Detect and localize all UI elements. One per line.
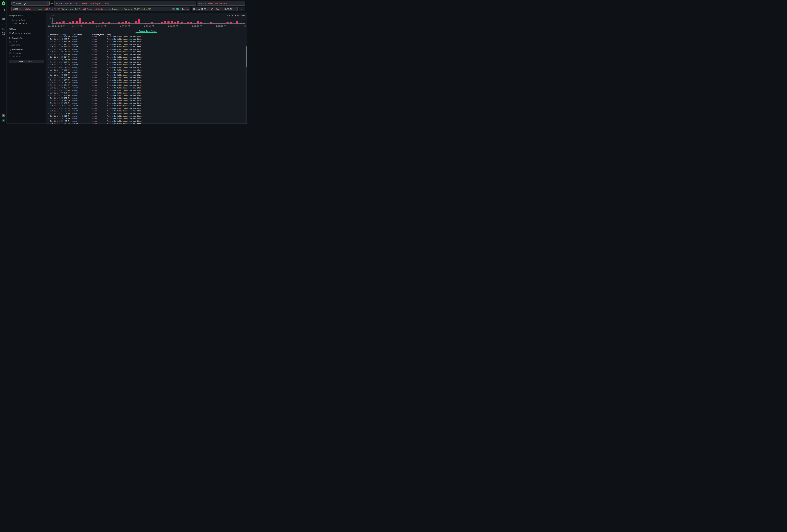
sidebar-toggle-icon[interactable] xyxy=(2,9,5,11)
table-row[interactable]: >Jun 11 1:51:39.115 PMpaymenterrorVisa c… xyxy=(47,118,245,120)
histogram-bar-slot xyxy=(95,23,97,24)
severity-cell: error xyxy=(92,94,107,96)
table-row[interactable]: >Jun 11 1:53:26.250 PMpaymenterrorVisa c… xyxy=(47,81,245,84)
histogram-bar-slot xyxy=(52,23,55,24)
histogram-bar xyxy=(59,22,61,23)
histogram-bar xyxy=(99,23,101,24)
source-settings-gear-icon[interactable]: ⚙ xyxy=(49,1,54,6)
help-button[interactable]: ? xyxy=(2,114,5,118)
timestamp-cell: Jun 11 1:51:57.712 PM xyxy=(50,110,71,112)
mode-results-table[interactable]: Results Table xyxy=(9,19,44,22)
filter-group-header[interactable]: SeverityText xyxy=(9,37,44,39)
table-row[interactable]: >Jun 11 1:51:43.121 PMpaymenterrorVisa c… xyxy=(47,115,245,117)
avatar[interactable]: U xyxy=(2,119,5,122)
time-range-picker[interactable]: Jun 11 13:41:52 - Jun 11 13:56:52 xyxy=(192,7,238,11)
table-row[interactable]: >Jun 11 1:53:24.274 PMpaymenterrorVisa c… xyxy=(47,84,245,87)
mode-event-patterns[interactable]: Event Patterns xyxy=(9,22,44,25)
where-query-input[interactable]: WHERE SeverityText = 'error' AND Body IL… xyxy=(12,7,190,11)
table-row[interactable]: >Jun 11 1:56:32.843 PMpaymenterrorVisa c… xyxy=(47,43,245,45)
table-row[interactable]: >Jun 11 1:54:40.218 PMpaymenterrorVisa c… xyxy=(47,69,245,71)
query-token: , xyxy=(73,2,75,4)
table-row[interactable]: >Jun 11 1:55:39.324 PMpaymenterrorVisa c… xyxy=(47,56,245,58)
results-histogram[interactable]: 8 0 Jun 11 1:41:45 PM1:44:00 PM1:45:45 P… xyxy=(47,18,245,27)
lucene-mode-option[interactable]: Lucene xyxy=(182,8,189,10)
more-filters-button[interactable]: More filters ⌄ xyxy=(9,60,44,63)
info-checkbox[interactable] xyxy=(9,41,11,42)
order-by-input[interactable]: ORDER BY TimestampTime DESC xyxy=(197,1,245,6)
table-row[interactable]: >Jun 11 1:52:51.824 PMpaymenterrorVisa c… xyxy=(47,94,245,97)
table-row[interactable]: >Jun 11 1:55:16.296 PMpaymenterrorVisa c… xyxy=(47,58,245,61)
table-row[interactable]: >Jun 11 1:55:07.827 PMpaymenterrorVisa c… xyxy=(47,61,245,63)
x-axis-tick-label: 1:52:45 PM xyxy=(192,25,202,27)
table-row[interactable]: >Jun 11 1:55:59.760 PMpaymenterrorVisa c… xyxy=(47,51,245,53)
filter-option-info[interactable]: info xyxy=(9,40,44,42)
inactive-indicator xyxy=(9,22,9,25)
table-row[interactable]: >Jun 11 1:54:09.906 PMpaymenterrorVisa c… xyxy=(47,74,245,76)
chart-explorer-icon[interactable] xyxy=(2,22,5,25)
servicename-cell: payment xyxy=(71,89,92,91)
filter-group-header[interactable]: ServiceName xyxy=(9,49,44,51)
x-axis-tick xyxy=(197,24,197,25)
table-options-kebab-icon[interactable]: ⋮ xyxy=(243,34,244,36)
histogram-bar xyxy=(236,21,238,24)
histogram-bar xyxy=(72,21,74,24)
app-logo-icon[interactable] xyxy=(1,1,5,5)
denoise-checkbox[interactable] xyxy=(9,33,11,34)
table-row[interactable]: >Jun 11 1:55:51.448 PMpaymenterrorVisa c… xyxy=(47,53,245,56)
sql-mode-option[interactable]: SQL xyxy=(176,8,179,10)
table-row[interactable]: >Jun 11 1:54:06.953 PMpaymenterrorVisa c… xyxy=(47,76,245,79)
column-resize-handle-icon[interactable]: ⋮ xyxy=(70,34,71,36)
table-row[interactable]: >Jun 11 1:56:42.995 PMpaymenterrorVisa c… xyxy=(47,38,245,40)
load-more-servicename[interactable]: ⌄ Load more xyxy=(9,56,44,57)
histogram-bar xyxy=(180,22,183,23)
vertical-scrollbar-thumb[interactable] xyxy=(246,46,247,67)
run-query-button[interactable]: ▷ xyxy=(239,7,245,11)
search-logs-icon[interactable] xyxy=(2,18,5,20)
column-header-timestamp[interactable]: Timestamp (Local) xyxy=(50,34,70,36)
dashboards-icon[interactable] xyxy=(2,32,5,35)
row-expand-chevron-icon: > xyxy=(47,69,50,71)
timestamp-cell: Jun 11 1:55:39.324 PM xyxy=(50,56,71,58)
column-resize-handle-icon[interactable]: ⋮ xyxy=(106,34,107,36)
severity-cell: error xyxy=(92,59,107,60)
column-header-servicename[interactable]: ServiceName xyxy=(71,34,91,36)
filter-option-checkout[interactable]: checkout xyxy=(9,52,44,54)
histogram-bar xyxy=(89,22,91,23)
table-row[interactable]: >Jun 11 1:53:05.578 PMpaymenterrorVisa c… xyxy=(47,89,245,92)
table-row[interactable]: >Jun 11 1:52:02.581 PMpaymenterrorVisa c… xyxy=(47,107,245,109)
table-row[interactable]: >Jun 11 1:52:30.469 PMpaymenterrorVisa c… xyxy=(47,99,245,102)
query-language-toggle[interactable]: / SQL | Lucene xyxy=(172,8,189,10)
resume-live-tail-button[interactable]: ⚡ Resume Live Tail xyxy=(135,29,157,33)
source-selector[interactable]: Demo Logs ⌃⌄ xyxy=(12,1,49,6)
table-row[interactable]: >Jun 11 1:51:57.712 PMpaymenterrorVisa c… xyxy=(47,110,245,112)
calendar-icon xyxy=(193,8,195,10)
table-row[interactable]: >Jun 11 1:51:31.415 PMpaymenterrorVisa c… xyxy=(47,120,245,123)
table-row[interactable]: >Jun 11 1:52:25.630 PMpaymenterrorVisa c… xyxy=(47,102,245,105)
query-topbar: Demo Logs ⌃⌄ ⚙ SELECT Timestamp, Service… xyxy=(7,0,247,13)
table-row[interactable]: >Jun 11 1:53:10.922 PMpaymenterrorVisa c… xyxy=(47,87,245,89)
table-row[interactable]: >Jun 11 1:53:00.676 PMpaymenterrorVisa c… xyxy=(47,92,245,94)
histogram-bar xyxy=(76,21,78,24)
column-header-severitytext[interactable]: SeverityText xyxy=(92,34,106,36)
table-row[interactable]: >Jun 11 1:52:19.473 PMpaymenterrorVisa c… xyxy=(47,105,245,107)
table-row[interactable]: >Jun 11 1:54:52.241 PMpaymenterrorVisa c… xyxy=(47,63,245,66)
table-row[interactable]: >Jun 11 1:52:35.232 PMpaymenterrorVisa c… xyxy=(47,97,245,99)
column-resize-handle-icon[interactable]: ⋮ xyxy=(91,34,92,36)
sessions-icon[interactable] xyxy=(2,27,5,30)
table-row[interactable]: >Jun 11 1:56:03.248 PMpaymenterrorVisa c… xyxy=(47,48,245,50)
column-header-body[interactable]: Body xyxy=(107,34,245,36)
table-row[interactable]: >Jun 11 1:51:47.229 PMpaymenterrorVisa c… xyxy=(47,112,245,115)
table-row[interactable]: >Jun 11 1:53:41.873 PMpaymenterrorVisa c… xyxy=(47,79,245,81)
table-row[interactable]: >Jun 11 1:56:38.534 PMpaymenterrorVisa c… xyxy=(47,40,245,43)
load-more-severitytext[interactable]: ⌄ Load more xyxy=(9,44,44,46)
denoise-results-toggle[interactable]: Denoise Results xyxy=(9,32,44,34)
checkout-checkbox[interactable] xyxy=(9,52,11,54)
timestamp-cell: Jun 11 1:53:24.274 PM xyxy=(50,84,71,86)
select-query-input[interactable]: SELECT Timestamp, ServiceName, SeverityT… xyxy=(54,1,196,6)
histogram-bar xyxy=(85,22,87,23)
horizontal-scrollbar[interactable] xyxy=(7,124,247,124)
timestamp-cell: Jun 11 1:55:07.827 PM xyxy=(50,61,71,63)
table-row[interactable]: >Jun 11 1:54:43.948 PMpaymenterrorVisa c… xyxy=(47,66,245,69)
table-row[interactable]: >Jun 11 1:54:26.230 PMpaymenterrorVisa c… xyxy=(47,71,245,74)
table-row[interactable]: >Jun 11 1:56:08.948 PMpaymenterrorVisa c… xyxy=(47,45,245,48)
